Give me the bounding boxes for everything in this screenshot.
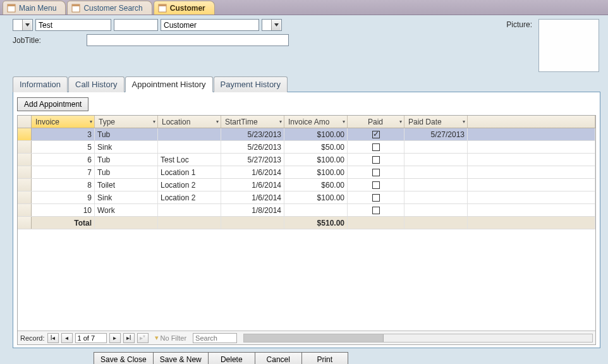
row-selector[interactable]	[18, 128, 32, 140]
nav-next-button[interactable]: ▸	[109, 333, 121, 343]
cell-paid-date[interactable]	[404, 191, 468, 203]
cell-paid[interactable]	[348, 204, 404, 216]
col-invoice[interactable]: Invoice▾	[32, 116, 95, 128]
cell-location[interactable]: Location 2	[158, 179, 221, 191]
cell-location[interactable]: Location 2	[158, 191, 221, 203]
cell-paid-date[interactable]	[404, 154, 468, 166]
cell-location[interactable]	[158, 141, 221, 153]
picture-box[interactable]	[538, 19, 599, 72]
cell-amount[interactable]: $50.00	[284, 141, 348, 153]
table-row[interactable]: 7TubLocation 11/6/2014$100.00	[18, 166, 595, 179]
cell-location[interactable]	[158, 128, 221, 140]
cell-amount[interactable]: $60.00	[284, 179, 348, 191]
cell-amount[interactable]	[284, 204, 348, 216]
row-selector[interactable]	[18, 154, 32, 166]
col-paid-date[interactable]: Paid Date▾	[404, 116, 468, 128]
prefix-combo[interactable]	[13, 19, 33, 31]
row-selector[interactable]	[18, 179, 32, 191]
nav-new-button[interactable]: ▸*	[137, 333, 149, 343]
cell-paid-date[interactable]	[404, 141, 468, 153]
col-starttime[interactable]: StartTime▾	[221, 116, 284, 128]
nav-prev-button[interactable]: ◂	[61, 333, 73, 343]
tab-main-menu[interactable]: Main Menu	[3, 1, 66, 15]
cell-amount[interactable]: $100.00	[284, 154, 348, 166]
tab-appointment-history[interactable]: Appointment History	[125, 76, 213, 92]
cell-paid[interactable]	[348, 191, 404, 203]
cell-type[interactable]: Work	[95, 204, 158, 216]
cell-starttime[interactable]: 1/6/2014	[221, 179, 284, 191]
record-position[interactable]	[75, 333, 107, 343]
cell-invoice[interactable]: 8	[32, 179, 95, 191]
cell-starttime[interactable]: 1/8/2014	[221, 204, 284, 216]
cell-type[interactable]: Tub	[95, 166, 158, 178]
cell-amount[interactable]: $100.00	[284, 191, 348, 203]
col-paid[interactable]: Paid▾	[348, 116, 404, 128]
row-selector[interactable]	[18, 204, 32, 216]
tab-customer[interactable]: Customer	[154, 1, 215, 15]
cell-paid[interactable]	[348, 141, 404, 153]
tab-call-history[interactable]: Call History	[68, 76, 124, 92]
cell-invoice[interactable]: 5	[32, 141, 95, 153]
cell-invoice[interactable]: 10	[32, 204, 95, 216]
cell-paid-date[interactable]	[404, 166, 468, 178]
cell-type[interactable]: Sink	[95, 141, 158, 153]
print-button[interactable]: Print	[301, 352, 348, 364]
cell-paid[interactable]	[348, 166, 404, 178]
row-selector[interactable]	[18, 141, 32, 153]
tab-information[interactable]: Information	[13, 76, 68, 92]
cell-invoice[interactable]: 9	[32, 191, 95, 203]
cell-type[interactable]: Sink	[95, 191, 158, 203]
nav-first-button[interactable]: I◂	[47, 333, 59, 343]
cell-starttime[interactable]: 5/27/2013	[221, 154, 284, 166]
table-row[interactable]: 6TubTest Loc5/27/2013$100.00	[18, 154, 595, 166]
save-close-button[interactable]: Save & Close	[94, 352, 153, 364]
table-row[interactable]: 10Work1/8/2014	[18, 204, 595, 217]
cell-paid[interactable]	[348, 128, 404, 140]
cell-starttime[interactable]: 5/26/2013	[221, 141, 284, 153]
cell-paid-date[interactable]	[404, 179, 468, 191]
cell-starttime[interactable]: 1/6/2014	[221, 166, 284, 178]
cell-starttime[interactable]: 1/6/2014	[221, 191, 284, 203]
suffix-combo[interactable]	[262, 19, 282, 31]
cell-type[interactable]: Toilet	[95, 179, 158, 191]
cell-amount[interactable]: $100.00	[284, 128, 348, 140]
row-selector[interactable]	[18, 191, 32, 203]
col-location[interactable]: Location▾	[158, 116, 221, 128]
last-name-field[interactable]	[161, 19, 259, 31]
cell-location[interactable]: Test Loc	[158, 154, 221, 166]
cell-invoice[interactable]: 3	[32, 128, 95, 140]
table-row[interactable]: 3Tub5/23/2013$100.005/27/2013	[18, 128, 595, 141]
cell-type[interactable]: Tub	[95, 128, 158, 140]
cell-amount[interactable]: $100.00	[284, 166, 348, 178]
table-row[interactable]: 5Sink5/26/2013$50.00	[18, 141, 595, 154]
table-row[interactable]: 9SinkLocation 21/6/2014$100.00	[18, 191, 595, 204]
middle-name-field[interactable]	[114, 19, 158, 31]
cell-invoice[interactable]: 7	[32, 166, 95, 178]
row-selector[interactable]	[18, 166, 32, 178]
save-new-button[interactable]: Save & New	[153, 352, 208, 364]
cancel-button[interactable]: Cancel	[255, 352, 301, 364]
tab-customer-search[interactable]: Customer Search	[67, 1, 152, 15]
cell-location[interactable]: Location 1	[158, 166, 221, 178]
cell-paid-date[interactable]: 5/27/2013	[404, 128, 468, 140]
cell-paid[interactable]	[348, 154, 404, 166]
cell-paid-date[interactable]	[404, 204, 468, 216]
tab-payment-history[interactable]: Payment History	[214, 76, 288, 92]
cell-location[interactable]	[158, 204, 221, 216]
table-row[interactable]: 8ToiletLocation 21/6/2014$60.00	[18, 179, 595, 191]
cell-invoice[interactable]: 6	[32, 154, 95, 166]
filter-indicator[interactable]: ▾ No Filter	[155, 334, 187, 342]
col-invoice-amount[interactable]: Invoice Amo▾	[284, 116, 348, 128]
select-all-cell[interactable]	[18, 116, 32, 128]
add-appointment-button[interactable]: Add Appointment	[17, 97, 88, 111]
nav-last-button[interactable]: ▸I	[123, 333, 135, 343]
jobtitle-field[interactable]	[87, 34, 289, 46]
col-type[interactable]: Type▾	[95, 116, 158, 128]
horizontal-scrollbar[interactable]	[243, 334, 593, 343]
cell-type[interactable]: Tub	[95, 154, 158, 166]
cell-paid[interactable]	[348, 179, 404, 191]
search-input[interactable]	[193, 333, 237, 343]
delete-button[interactable]: Delete	[208, 352, 255, 364]
first-name-field[interactable]	[35, 19, 111, 31]
cell-starttime[interactable]: 5/23/2013	[221, 128, 284, 140]
